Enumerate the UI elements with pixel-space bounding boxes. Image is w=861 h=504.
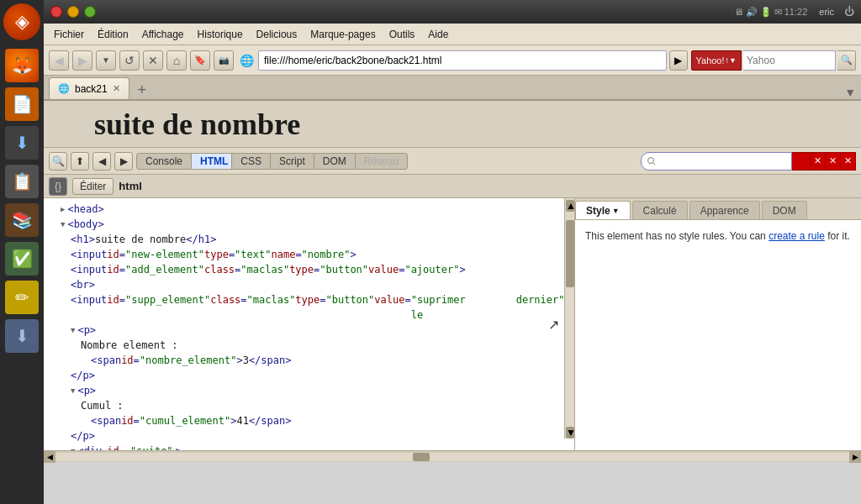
tab-scroll-button[interactable]: ▼ (844, 86, 856, 99)
search-input[interactable] (743, 50, 836, 71)
menu-affichage[interactable]: Affichage (135, 27, 191, 42)
menu-bar: Fichier Édition Affichage Historique Del… (44, 24, 861, 45)
menu-delicious[interactable]: Delicious (250, 27, 304, 42)
create-rule-link[interactable]: create a rule (769, 230, 825, 242)
back-button[interactable]: ◀ (49, 50, 69, 71)
code-line-span-nombre: <span id="nombre_element" > 3 </span> (50, 353, 568, 368)
devtools-tab-css[interactable]: CSS (232, 154, 271, 169)
menu-aide[interactable]: Aide (421, 27, 455, 42)
firefox-icon[interactable]: 🦊 (5, 49, 39, 82)
go-button[interactable]: ▶ (669, 50, 688, 71)
power-icon[interactable]: ⏻ (844, 6, 854, 18)
close-button[interactable] (50, 6, 62, 18)
code-panel: ▶ <head> ▼ <body> <h1> suite (44, 198, 575, 450)
devtools-tab2-bar: {} Éditer html (44, 175, 861, 198)
clock: 11:22 (784, 7, 808, 17)
lock-icon: 🌐 (237, 51, 256, 70)
devtools-tab-html[interactable]: HTML (192, 154, 232, 169)
search-brand[interactable]: Yahoo! ! ▼ (691, 50, 742, 71)
devtools-search-x1[interactable]: ✕ (811, 152, 826, 171)
address-bar-container: 🌐 ▶ (237, 50, 688, 71)
expand-head[interactable]: ▶ (61, 202, 65, 217)
style-panel-tabs: Style ▼ Calculé Apparence DOM (575, 198, 861, 220)
devtools-search-x2[interactable]: ✕ (826, 152, 841, 171)
search-go-button[interactable]: 🔍 (837, 50, 856, 71)
style-panel-content: This element has no style rules. You can… (575, 220, 861, 252)
minimize-button[interactable] (67, 6, 79, 18)
code-line-p1: ▼ <p> (50, 323, 568, 338)
devtools-search-button[interactable] (792, 152, 811, 171)
scrollbar-down-arrow[interactable]: ▼ (566, 427, 574, 438)
maximize-button[interactable] (84, 6, 96, 18)
collapse-p1[interactable]: ▼ (71, 323, 75, 338)
code-line-h1: <h1> suite de nombre </h1> (50, 232, 568, 247)
stop-button[interactable]: ✕ (143, 50, 163, 71)
code-line-nombre-text: Nombre element : (50, 338, 568, 353)
html-label: html (119, 180, 141, 192)
devtools-tab-dom[interactable]: DOM (314, 154, 356, 169)
style-tab-apparence[interactable]: Apparence (689, 201, 760, 219)
forward-button[interactable]: ▶ (72, 50, 92, 71)
scroll-left-button[interactable]: ◀ (44, 451, 55, 463)
devtools-search-x3[interactable]: ✕ (841, 152, 856, 171)
home-button[interactable]: ⌂ (166, 50, 187, 71)
username: eric (819, 7, 834, 17)
scroll-right-button[interactable]: ▶ (849, 451, 861, 463)
inspector-button[interactable]: {} (49, 177, 67, 196)
devtools-fwd-nav[interactable]: ▶ (114, 152, 133, 171)
scrollbar-thumb[interactable] (566, 220, 574, 287)
style-tab-calcule[interactable]: Calculé (632, 201, 688, 219)
code-line-cumul-text: Cumul : (50, 398, 568, 413)
vertical-scrollbar[interactable]: ▲ ▼ (564, 198, 574, 438)
tasks-icon[interactable]: ✅ (5, 242, 39, 276)
new-tab-button[interactable]: + (133, 81, 151, 99)
screenshot-button[interactable]: 📷 (214, 50, 234, 71)
menu-outils[interactable]: Outils (383, 27, 422, 42)
devtools-tabs: Console HTML CSS Script DOM Réseau (136, 153, 408, 170)
install-icon[interactable]: ⬇ (5, 319, 39, 353)
notepad-icon[interactable]: 📋 (5, 165, 39, 198)
dropdown-button[interactable]: ▼ (96, 50, 116, 71)
title-bar: 🖥 🔊 🔋 ✉ 11:22 eric ⏻ (44, 0, 861, 24)
books-icon[interactable]: 📚 (5, 203, 39, 237)
search-container: Yahoo! ! ▼ 🔍 (691, 50, 857, 71)
code-line-div-suite: ▼ <div id="suite" > (50, 444, 568, 450)
edit-button[interactable]: Éditer (72, 178, 114, 195)
collapse-p2[interactable]: ▼ (71, 383, 75, 398)
ubuntu-icon[interactable]: ◈ (3, 3, 40, 40)
menu-marque-pages[interactable]: Marque-pages (304, 27, 382, 42)
bottom-scrollbar: ◀ ▶ (44, 450, 861, 462)
scrollbar-up-arrow[interactable]: ▲ (566, 200, 574, 212)
address-input[interactable] (258, 50, 667, 71)
devtools-tab-script[interactable]: Script (271, 154, 314, 169)
menu-edition[interactable]: Édition (91, 27, 135, 42)
style-tab-dom[interactable]: DOM (762, 201, 807, 219)
devtools-search-input[interactable] (641, 152, 792, 171)
bookmark-icon[interactable]: 📄 (5, 87, 39, 121)
collapse-div-suite[interactable]: ▼ (71, 444, 75, 450)
scroll-track[interactable] (55, 453, 849, 461)
devtools-tab-reseau[interactable]: Réseau (356, 154, 407, 169)
code-line-span-cumul: <span id="cumul_element" > 41 </span> (50, 413, 568, 428)
menu-historique[interactable]: Historique (191, 27, 250, 42)
bookmark-page-button[interactable]: 🔖 (190, 50, 210, 71)
devtools-node-button[interactable]: ⬆ (71, 152, 89, 171)
collapse-body[interactable]: ▼ (61, 217, 65, 232)
reload-button[interactable]: ↺ (119, 50, 140, 71)
devtools-tab-console[interactable]: Console (137, 154, 192, 169)
menu-fichier[interactable]: Fichier (47, 27, 91, 42)
sidebar: ◈ 🦊 📄 ⬇ 📋 📚 ✅ ✏ ⬇ (0, 0, 44, 504)
code-content: ▶ <head> ▼ <body> <h1> suite (44, 198, 574, 450)
style-tab-style[interactable]: Style ▼ (575, 201, 631, 219)
pencil-icon[interactable]: ✏ (5, 281, 39, 314)
active-tab[interactable]: 🌐 back21 ✕ (49, 77, 129, 99)
style-tab-dropdown[interactable]: ▼ (612, 207, 620, 215)
devtools-back-nav[interactable]: ◀ (92, 152, 111, 171)
code-line-input-supp: <input id="supp_element" class="maclas" … (50, 292, 568, 323)
devtools-inspect-button[interactable]: 🔍 (49, 152, 67, 171)
code-line-input-new: <input id="new-element" type="text" name… (50, 247, 568, 262)
main-split: ▶ <head> ▼ <body> <h1> suite (44, 198, 861, 450)
scroll-thumb[interactable] (413, 453, 430, 461)
tab-close-button[interactable]: ✕ (113, 83, 120, 94)
download-icon[interactable]: ⬇ (5, 126, 39, 160)
